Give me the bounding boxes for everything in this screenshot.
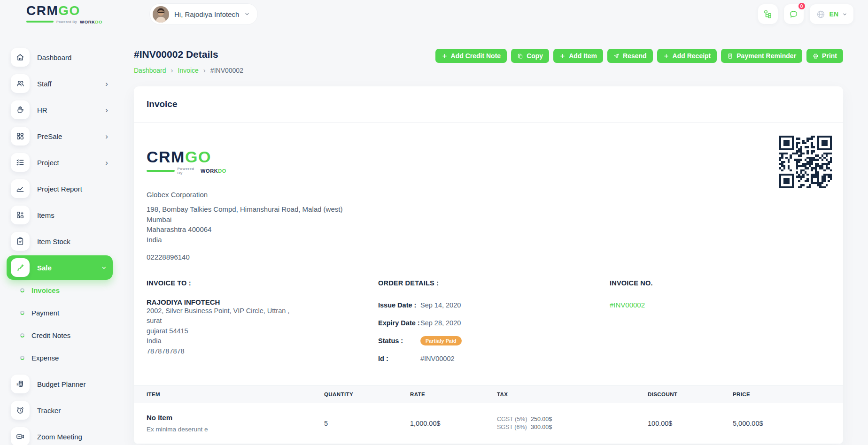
item-taxes: CGST (5%) 250.00$ SGST (6%) 300.00$ [497,415,648,432]
items-table: ITEM QUANTITY RATE TAX DISCOUNT PRICE No… [134,385,843,445]
avatar [153,6,169,23]
user-menu[interactable]: Hi, Rajodiya Infotech [149,3,258,25]
invoice-actions: Add Credit Note Copy Add Item Resend Add… [435,49,843,63]
invoice-card: Invoice CRMGO Powered By WORKDO Globex C… [134,86,843,444]
send-icon [613,53,620,59]
items-table-header: ITEM QUANTITY RATE TAX DISCOUNT PRICE [134,385,843,403]
plan-hierarchy-button[interactable] [758,4,778,24]
sidebar-item-tracker[interactable]: Tracker [7,401,113,420]
users-icon [11,74,30,93]
status-badge: Partialy Paid [420,336,462,345]
invoice-id-row: Id : #INV00002 [378,353,610,364]
sidebar-item-dashboard[interactable]: Dashboard [7,48,113,67]
company-info: Globex Corporation 198, Bombay Talkies C… [147,191,843,262]
topbar-actions: 0 EN [758,4,853,24]
breadcrumb-separator: › [171,66,173,74]
sidebar-item-project-report[interactable]: Project Report [7,179,113,198]
col-header-quantity: QUANTITY [324,391,410,397]
table-row: No Item Ex minima deserunt e 5 1,000.00$… [134,403,843,444]
invoice-no-link[interactable]: #INV00002 [610,301,830,309]
page-title: #INV00002 Details [134,49,243,60]
alarm-clock-icon [11,401,30,420]
customer-address-line: 2002, Silver Business Point, VIP Circle,… [147,306,378,316]
sidebar-item-presale[interactable]: PreSale › [7,127,113,146]
invoice-no-section: INVOICE NO. #INV00002 [610,279,830,371]
invoice-to-section: INVOICE TO : RAJODIYA INFOTECH 2002, Sil… [147,279,378,371]
invoice-id-value: #INV00002 [420,355,455,362]
sitemap-icon [763,9,773,19]
sidebar-item-sale[interactable]: Sale › [7,255,113,280]
order-details-section: ORDER DETAILS : Issue Date : Sep 14, 202… [378,279,610,371]
copy-button[interactable]: Copy [511,49,549,63]
qr-code [779,136,832,188]
sidebar-item-item-stock[interactable]: Item Stock [7,232,113,251]
invoice-card-title: Invoice [147,99,830,109]
sidebar-item-hr[interactable]: HR › [7,100,113,119]
sidebar-item-items[interactable]: Items [7,206,113,224]
chevron-down-icon: › [101,266,109,269]
language-selector[interactable]: EN [810,4,853,24]
breadcrumb-dashboard[interactable]: Dashboard [134,67,166,74]
sidebar-item-budget-planner[interactable]: $ Budget Planner [7,375,113,393]
sidebar-item-project[interactable]: Project › [7,153,113,172]
brand-logo[interactable]: CRMGO Powered By WORKDO [26,4,106,24]
grid-plus-icon [11,206,30,224]
invoice-meta-columns: INVOICE TO : RAJODIYA INFOTECH 2002, Sil… [147,279,830,371]
sidebar-item-payment[interactable]: Payment [7,307,127,318]
globe-icon [816,9,826,19]
col-header-price: PRICE [733,391,843,397]
bullet-icon [20,356,24,360]
plus-icon [442,53,448,59]
brand-workdo: WORKDO [80,19,102,24]
svg-text:$: $ [16,383,18,386]
invoice-card-header: Invoice [134,86,843,123]
sidebar-item-credit-notes[interactable]: Credit Notes [7,330,127,341]
page-header: #INV00002 Details Dashboard › Invoice › … [134,49,843,74]
payment-reminder-button[interactable]: Payment Reminder [721,49,802,63]
issue-date-value: Sep 14, 2020 [420,301,461,309]
col-header-item: ITEM [134,391,324,397]
add-credit-note-button[interactable]: Add Credit Note [435,49,507,63]
chevron-right-icon: › [105,106,108,114]
bullet-icon [20,333,24,338]
sidebar-item-staff[interactable]: Staff › [7,74,113,93]
messages-count-badge: 0 [798,2,806,10]
breadcrumb-separator: › [203,66,206,74]
item-name: No Item [147,414,324,422]
sidebar: Dashboard Staff › HR › PreSale › Project… [0,28,127,445]
order-details-heading: ORDER DETAILS : [378,279,610,287]
table-row: Bicycle Accessories Ex minima deserunt e… [134,444,843,445]
sidebar-item-expense[interactable]: Expense [7,352,127,363]
plus-icon [559,53,566,59]
breadcrumb: Dashboard › Invoice › #INV00002 [134,66,243,74]
print-button[interactable]: Print [806,49,843,63]
bullet-icon [20,311,24,315]
add-item-button[interactable]: Add Item [553,49,603,63]
item-price: 5,000.00$ [733,420,843,427]
invoice-no-heading: INVOICE NO. [610,279,830,287]
chevron-right-icon: › [105,132,108,140]
main-content: #INV00002 Details Dashboard › Invoice › … [127,28,868,444]
sidebar-item-invoices[interactable]: Invoices [7,284,127,296]
messages-button[interactable]: 0 [784,4,804,24]
brand-tagline: Powered By [56,20,77,23]
add-receipt-button[interactable]: Add Receipt [657,49,717,63]
hand-icon [11,100,30,119]
breadcrumb-invoice[interactable]: Invoice [178,67,199,74]
company-address-line: India [147,235,843,245]
company-address-line: Maharashtra 400064 [147,224,843,235]
brand-name: CRMGO [26,4,106,17]
logo-underline [26,21,54,23]
invoice-to-heading: INVOICE TO : [147,279,378,287]
breadcrumb-current: #INV00002 [210,67,243,74]
resend-button[interactable]: Resend [607,49,653,63]
company-phone: 02228896140 [147,252,843,262]
printer-icon [813,53,819,59]
sidebar-item-zoom-meeting[interactable]: Zoom Meeting [7,427,113,445]
copy-icon [517,53,523,59]
col-header-tax: TAX [497,391,648,397]
customer-name: RAJODIYA INFOTECH [147,298,378,306]
expiry-date-value: Sep 28, 2020 [420,319,461,327]
company-address-line: Mumbai [147,215,843,225]
status-row: Status : Partialy Paid [378,336,610,346]
